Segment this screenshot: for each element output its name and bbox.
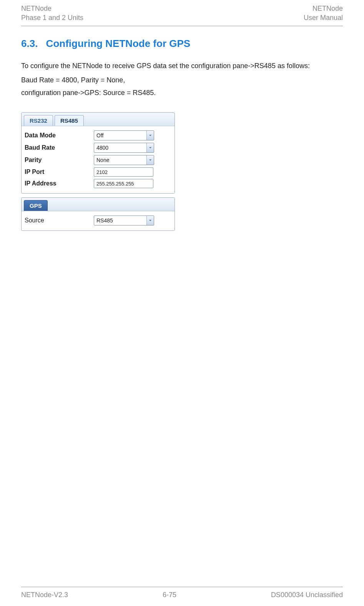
footer-page-number: 6-75 [163, 591, 176, 599]
paragraph-3: configuration pane->GPS: Source = RS485. [21, 88, 343, 98]
paragraph-1: To configure the NETNode to receive GPS … [21, 61, 343, 71]
label-data-mode: Data Mode [25, 132, 94, 139]
content-spacer [21, 235, 343, 587]
label-baud-rate: Baud Rate [25, 144, 94, 151]
label-ip-address: IP Address [25, 180, 94, 187]
select-source[interactable]: RS485 [94, 215, 154, 225]
row-ip-port: IP Port [25, 166, 171, 178]
serial-tabbar: RS232 RS485 [22, 113, 175, 126]
label-source: Source [25, 217, 94, 224]
header-doc-name: NETNode [304, 4, 343, 13]
section-number: 6.3. [21, 38, 38, 49]
section-heading: 6.3. Configuring NETNode for GPS [21, 38, 343, 50]
label-ip-port: IP Port [25, 169, 94, 175]
input-ip-address[interactable] [94, 179, 153, 188]
header-product: NETNode [21, 4, 83, 13]
select-parity-value: None [94, 157, 146, 163]
row-data-mode: Data Mode Off [25, 129, 171, 142]
chevron-down-icon [146, 155, 154, 165]
select-parity[interactable]: None [94, 155, 154, 165]
section-title-text: Configuring NETNode for GPS [46, 38, 191, 49]
tab-gps[interactable]: GPS [24, 200, 48, 211]
serial-form: Data Mode Off Baud Rate 4800 [22, 126, 175, 193]
serial-pane: RS232 RS485 Data Mode Off Baud Rate [21, 112, 175, 194]
page-footer: NETNode-V2.3 6-75 DS000034 Unclassified [21, 587, 343, 606]
select-baud-rate[interactable]: 4800 [94, 143, 154, 153]
header-left: NETNode Phase 1 and 2 Units [21, 4, 83, 23]
page-header: NETNode Phase 1 and 2 Units NETNode User… [21, 4, 343, 26]
gps-form: Source RS485 [22, 211, 175, 230]
label-parity: Parity [25, 157, 94, 164]
chevron-down-icon [146, 143, 154, 152]
config-panels: RS232 RS485 Data Mode Off Baud Rate [21, 112, 175, 235]
input-ip-port[interactable] [94, 167, 153, 177]
row-ip-address: IP Address [25, 178, 171, 189]
chevron-down-icon [146, 216, 154, 225]
header-subtitle: Phase 1 and 2 Units [21, 13, 83, 22]
select-baud-rate-value: 4800 [94, 145, 146, 151]
gps-pane: GPS Source RS485 [21, 197, 175, 231]
select-data-mode[interactable]: Off [94, 130, 154, 140]
paragraph-2: Baud Rate = 4800, Parity = None, [21, 75, 343, 85]
row-parity: Parity None [25, 154, 171, 166]
row-source: Source RS485 [25, 214, 171, 227]
select-data-mode-value: Off [94, 132, 146, 139]
footer-right: DS000034 Unclassified [271, 591, 343, 599]
tab-rs485[interactable]: RS485 [55, 115, 84, 126]
tab-rs232[interactable]: RS232 [24, 115, 53, 126]
select-source-value: RS485 [94, 217, 146, 224]
footer-left: NETNode-V2.3 [21, 591, 68, 599]
row-baud-rate: Baud Rate 4800 [25, 142, 171, 154]
gps-tabbar: GPS [22, 198, 175, 211]
header-doc-type: User Manual [304, 13, 343, 22]
chevron-down-icon [146, 131, 154, 140]
header-right: NETNode User Manual [304, 4, 343, 23]
